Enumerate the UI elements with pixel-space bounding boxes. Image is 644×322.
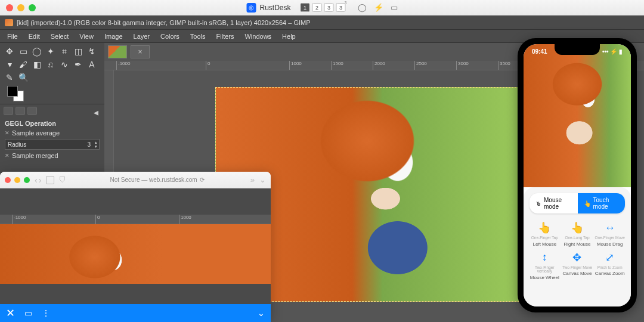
toolbox: ✥ ▭ ◯ ✦ ⌗ ◫ ↯ ▾ 🖌 ◧ ⎌ ∿ ✒ A ✎ 🔍 bbox=[0, 43, 104, 104]
nav-back-icon[interactable]: ‹ bbox=[35, 175, 38, 185]
eraser-tool-icon[interactable]: ◧ bbox=[32, 60, 42, 69]
gesture-canvas-zoom: ⤢ Pinch to Zoom Canvas Zoom bbox=[595, 250, 625, 280]
radius-value: 3 bbox=[87, 141, 93, 148]
menu-select[interactable]: Select bbox=[46, 32, 74, 41]
menu-colors[interactable]: Colors bbox=[156, 32, 184, 41]
path-tool-icon[interactable]: ✒ bbox=[73, 60, 83, 69]
mouse-mode-button[interactable]: 🖱Mouse mode bbox=[530, 193, 578, 213]
web-close-icon[interactable]: ✕ bbox=[6, 306, 15, 320]
ruler-tick: 2500 bbox=[414, 61, 427, 70]
warp-tool-icon[interactable]: ↯ bbox=[87, 47, 97, 56]
radius-spinner[interactable]: Radius 3 ▴▾ bbox=[5, 139, 100, 150]
gesture-label: Canvas Zoom bbox=[595, 271, 625, 276]
radius-label: Radius bbox=[5, 141, 87, 148]
session-tab-2[interactable]: 2 bbox=[312, 3, 322, 12]
color-picker-tool-icon[interactable]: ✎ bbox=[5, 73, 14, 82]
gesture-sub: One-Finger Move bbox=[595, 236, 625, 240]
spin-down-icon[interactable]: ▾ bbox=[93, 144, 99, 148]
menu-windows[interactable]: Windows bbox=[240, 32, 276, 41]
free-select-tool-icon[interactable]: ◯ bbox=[32, 47, 42, 56]
rect-select-tool-icon[interactable]: ▭ bbox=[18, 47, 28, 56]
opt-close-icon-2[interactable]: ✕ bbox=[5, 153, 10, 159]
dock-tab-1[interactable] bbox=[4, 107, 13, 115]
session-tab-4[interactable]: 3 bbox=[336, 3, 346, 12]
phone-remote-view[interactable] bbox=[524, 44, 631, 187]
gesture-left-mouse: 👆 One-Finger Tap Left Mouse bbox=[530, 221, 560, 247]
touch-icon: 👆 bbox=[584, 200, 591, 207]
tap-icon: 👆 bbox=[537, 221, 552, 235]
phone-control-panel: 🖱Mouse mode 👆Touch mode 👆 One-Finger Tap… bbox=[524, 187, 631, 306]
text-tool-icon[interactable]: A bbox=[87, 60, 97, 69]
browser-minimize-button[interactable] bbox=[14, 177, 20, 183]
menu-help[interactable]: Help bbox=[277, 32, 301, 41]
crop-tool-icon[interactable]: ⌗ bbox=[60, 47, 69, 56]
smudge-tool-icon[interactable]: ∿ bbox=[60, 60, 69, 69]
image-tab-close[interactable]: × bbox=[131, 45, 150, 58]
gesture-label: Left Mouse bbox=[533, 242, 557, 247]
nav-forward-icon[interactable]: › bbox=[39, 175, 42, 185]
session-tab-3[interactable]: 3 bbox=[324, 3, 334, 12]
fg-color-swatch[interactable] bbox=[7, 86, 18, 97]
mobile-client-device: 09:41 ••• ⚡ ▮ 🖱Mouse mode 👆Touch mode 👆 … bbox=[518, 38, 637, 312]
menu-layer[interactable]: Layer bbox=[129, 32, 155, 41]
spin-up-icon[interactable]: ▴ bbox=[93, 140, 99, 144]
ruler-tick: 1500 bbox=[331, 61, 343, 70]
clone-tool-icon[interactable]: ⎌ bbox=[46, 60, 55, 69]
move-tool-icon[interactable]: ✥ bbox=[5, 47, 14, 56]
chat-icon[interactable]: ◯ bbox=[358, 3, 367, 12]
drag-icon: ↔ bbox=[603, 221, 617, 235]
web-monitor-icon[interactable]: ▭ bbox=[24, 308, 32, 318]
menu-view[interactable]: View bbox=[75, 32, 98, 41]
gesture-label: Right Mouse bbox=[564, 242, 591, 247]
fullscreen-window-button[interactable] bbox=[29, 4, 36, 11]
menu-image[interactable]: Image bbox=[100, 32, 128, 41]
fuzzy-select-tool-icon[interactable]: ✦ bbox=[46, 47, 55, 56]
scroll-icon: ↕ bbox=[537, 250, 552, 265]
more-icon[interactable]: » bbox=[250, 175, 255, 184]
opt-close-icon[interactable]: ✕ bbox=[5, 130, 10, 136]
bucket-tool-icon[interactable]: ▾ bbox=[5, 60, 14, 69]
menu-filters[interactable]: Filters bbox=[212, 32, 239, 41]
menu-file[interactable]: File bbox=[2, 32, 23, 41]
window-controls bbox=[6, 4, 36, 11]
paintbrush-tool-icon[interactable]: 🖌 bbox=[18, 60, 28, 69]
shield-icon[interactable]: ⛉ bbox=[59, 176, 66, 184]
dock-tab-2[interactable] bbox=[16, 107, 25, 115]
dock-menu-icon[interactable]: ◂ bbox=[94, 107, 101, 115]
gimp-title-text: [kid] (imported)-1.0 (RGB color 8-bit ga… bbox=[17, 19, 311, 26]
opt-sample-average[interactable]: Sample average bbox=[12, 129, 60, 137]
transform-tool-icon[interactable]: ◫ bbox=[73, 47, 83, 56]
dock-tab-3[interactable] bbox=[27, 107, 37, 115]
phone-time: 09:41 bbox=[532, 48, 547, 55]
reload-icon[interactable]: ⟳ bbox=[200, 177, 205, 183]
opt-sample-merged[interactable]: Sample merged bbox=[12, 152, 58, 159]
minimize-window-button[interactable] bbox=[17, 4, 24, 11]
browser-fullscreen-button[interactable] bbox=[24, 177, 30, 183]
title-app-name: RustDesk bbox=[259, 4, 290, 12]
web-collapse-icon[interactable]: ⌄ bbox=[258, 308, 265, 318]
close-icon[interactable]: × bbox=[138, 48, 142, 56]
web-artwork-image bbox=[0, 224, 271, 284]
menu-edit[interactable]: Edit bbox=[24, 32, 45, 41]
browser-close-button[interactable] bbox=[5, 177, 11, 183]
ruler-tick: 1000 bbox=[289, 61, 302, 70]
web-more-icon[interactable]: ⋮ bbox=[42, 308, 50, 318]
gesture-label: Canvas Move bbox=[563, 271, 592, 276]
touch-mode-button[interactable]: 👆Touch mode bbox=[578, 193, 625, 213]
gimp-title-bar: [kid] (imported)-1.0 (RGB color 8-bit ga… bbox=[0, 16, 644, 30]
browser-body: -1000 0 1000 bbox=[0, 188, 271, 322]
display-icon[interactable]: ▭ bbox=[391, 3, 398, 12]
session-tab-1[interactable]: 1 bbox=[301, 3, 310, 12]
zoom-tool-icon[interactable]: 🔍 bbox=[18, 73, 28, 82]
menu-tools[interactable]: Tools bbox=[185, 32, 210, 41]
sidebar-toggle-icon[interactable] bbox=[46, 176, 54, 184]
fg-bg-color-selector[interactable] bbox=[7, 86, 25, 103]
url-bar[interactable]: Not Secure — web.rustdesk.com⟳ bbox=[71, 177, 245, 183]
chevron-down-icon[interactable]: ⌄ bbox=[259, 175, 266, 184]
action-icon[interactable]: ⚡ bbox=[374, 3, 383, 12]
gegl-title: GEGL Operation bbox=[5, 120, 100, 127]
gesture-mouse-wheel: ↕ Two-Finger vertically Mouse Wheel bbox=[530, 250, 560, 280]
image-tab-thumbnail[interactable] bbox=[108, 45, 127, 58]
close-window-button[interactable] bbox=[6, 4, 13, 11]
ruler-tick: -1000 bbox=[116, 61, 130, 70]
